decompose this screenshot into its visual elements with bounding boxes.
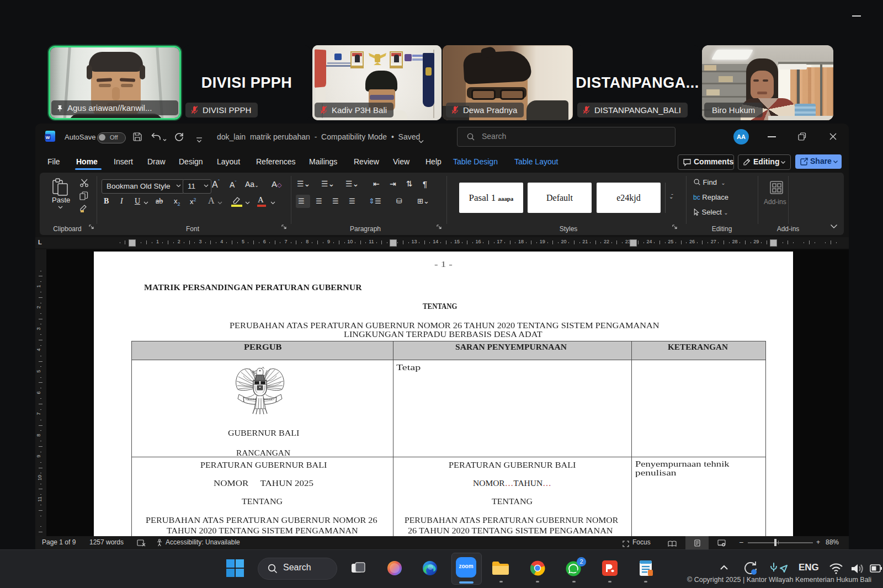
svg-text:W: W: [46, 135, 50, 140]
